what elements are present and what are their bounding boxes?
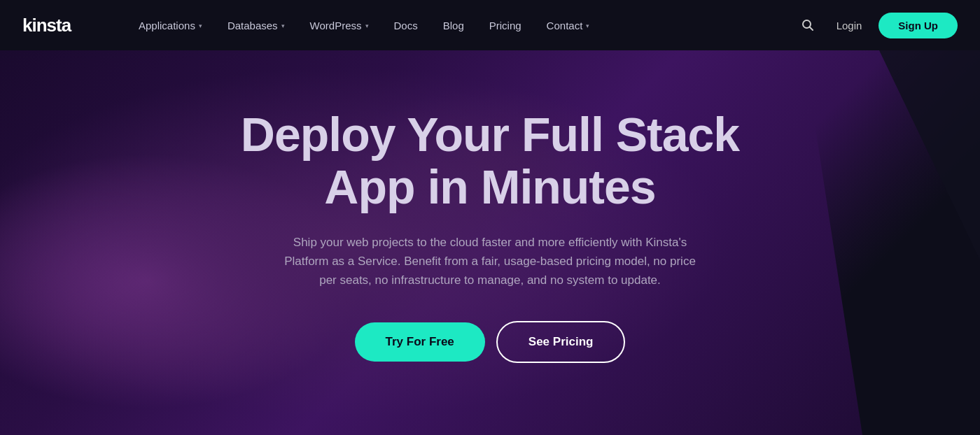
hero-content: Deploy Your Full Stack App in Minutes Sh… [217, 108, 763, 362]
hero-subtitle: Ship your web projects to the cloud fast… [280, 233, 700, 290]
hero-section: Deploy Your Full Stack App in Minutes Sh… [0, 50, 980, 435]
nav-item-pricing[interactable]: Pricing [477, 0, 534, 50]
nav-item-blog[interactable]: Blog [430, 0, 477, 50]
hero-title: Deploy Your Full Stack App in Minutes [217, 108, 763, 213]
chevron-down-icon: ▾ [199, 22, 202, 29]
nav-item-docs[interactable]: Docs [382, 0, 430, 50]
hero-buttons: Try For Free See Pricing [355, 321, 626, 363]
try-for-free-button[interactable]: Try For Free [355, 322, 485, 362]
chevron-down-icon: ▾ [586, 22, 589, 29]
nav-item-contact[interactable]: Contact ▾ [534, 0, 603, 50]
nav-item-wordpress[interactable]: WordPress ▾ [298, 0, 382, 50]
signup-button[interactable]: Sign Up [878, 13, 958, 38]
navbar: kinsta Applications ▾ Databases ▾ WordPr… [0, 0, 980, 50]
svg-text:kinsta: kinsta [22, 15, 72, 36]
nav-item-databases[interactable]: Databases ▾ [215, 0, 298, 50]
see-pricing-button[interactable]: See Pricing [496, 321, 626, 363]
login-button[interactable]: Login [828, 14, 871, 37]
chevron-down-icon: ▾ [281, 22, 285, 29]
nav-item-applications[interactable]: Applications ▾ [126, 0, 215, 50]
svg-line-2 [809, 27, 813, 31]
search-button[interactable] [796, 13, 820, 37]
nav-links: Applications ▾ Databases ▾ WordPress ▾ D… [126, 0, 796, 50]
search-icon [802, 19, 814, 31]
logo[interactable]: kinsta [22, 15, 92, 36]
nav-right: Login Sign Up [796, 13, 958, 38]
chevron-down-icon: ▾ [365, 22, 369, 29]
